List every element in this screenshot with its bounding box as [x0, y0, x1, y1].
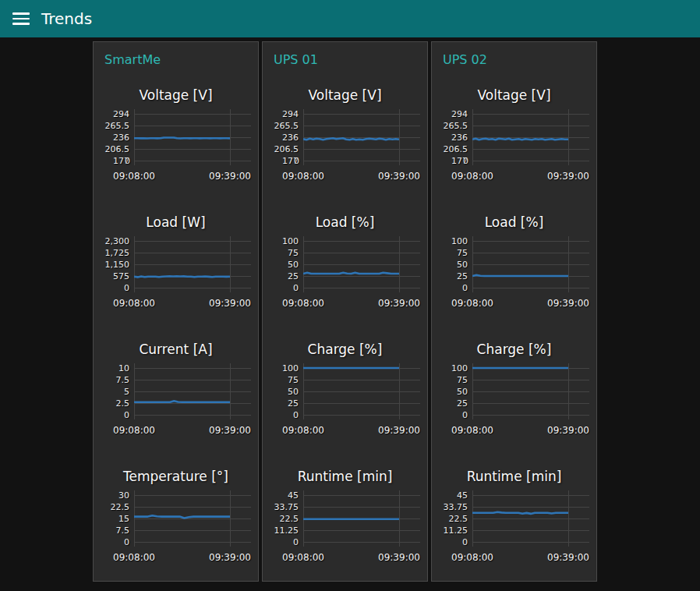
x-tick-label: 09:39:00: [378, 552, 420, 563]
y-axis-ticks: 2,3001,7251,1505750: [94, 236, 134, 292]
y-tick-label: 206.5: [444, 143, 468, 155]
y-tick-label: 206.5: [105, 143, 130, 155]
chart-ups-01-voltage-v: Voltage [V]294265.5236206.5177009:08:000…: [263, 87, 427, 183]
chart-ups-02-charge: Charge [%]100755025009:08:0009:39:00: [432, 342, 596, 437]
x-axis-ticks: 09:08:0009:39:00: [472, 171, 589, 183]
y-tick-label: 294: [113, 108, 129, 120]
y-tick-label: 265.5: [105, 120, 130, 132]
x-axis-ticks: 09:08:0009:39:00: [472, 425, 589, 437]
chart-ups-01-load: Load [%]100755025009:08:0009:39:00: [263, 214, 427, 310]
chart-smartme-load-w: Load [W]2,3001,7251,150575009:08:0009:39…: [94, 214, 258, 310]
y-axis-ticks: 1007550250: [263, 363, 303, 419]
x-tick-label: 09:08:00: [451, 552, 493, 563]
line-chart-plot: [472, 236, 589, 292]
y-tick-label: 575: [113, 271, 129, 282]
y-tick-label: 7.5: [116, 525, 130, 536]
line-chart-plot: [134, 363, 251, 419]
data-series-line: [134, 138, 230, 139]
panel-title: UPS 01: [263, 42, 427, 66]
x-tick-label: 09:39:00: [547, 298, 589, 309]
y-tick-label: 2,300: [105, 235, 130, 247]
chart-ups-01-charge: Charge [%]100755025009:08:0009:39:00: [263, 342, 427, 437]
y-tick-label: 0: [462, 282, 468, 294]
data-series-line: [303, 273, 399, 274]
line-chart-plot: [472, 363, 589, 419]
x-tick-label: 09:08:00: [451, 171, 493, 182]
x-tick-label: 09:39:00: [378, 425, 420, 436]
y-tick-label: 75: [288, 374, 299, 386]
x-tick-label: 09:08:00: [113, 298, 155, 309]
y-axis-ticks: 1007550250: [432, 363, 472, 419]
chart-title: Runtime [min]: [263, 469, 427, 484]
y-axis-ticks: 4533.7522.511.250: [263, 490, 303, 547]
data-series-line: [134, 401, 230, 402]
data-series-line: [303, 138, 399, 140]
chart-smartme-current-a: Current [A]107.552.5009:08:0009:39:00: [94, 342, 258, 437]
y-tick-label: 0: [293, 409, 299, 421]
y-tick-label: 0: [293, 536, 299, 548]
y-tick-label: 33.75: [444, 501, 468, 513]
x-tick-label: 09:39:00: [209, 552, 251, 563]
x-tick-label: 09:39:00: [209, 298, 251, 309]
x-tick-label: 09:08:00: [282, 552, 324, 563]
y-tick-label: 30: [118, 490, 129, 501]
x-tick-label: 09:39:00: [209, 171, 251, 182]
chart-ups-02-load: Load [%]100755025009:08:0009:39:00: [432, 214, 596, 310]
y-tick-overlap-label: 0: [463, 155, 468, 167]
y-axis-ticks: 107.552.50: [94, 363, 134, 419]
y-axis-ticks: 1007550250: [432, 236, 472, 292]
chart-title: Voltage [V]: [94, 87, 258, 103]
line-chart-plot: [303, 109, 420, 165]
x-tick-label: 09:08:00: [113, 425, 155, 436]
x-tick-label: 09:08:00: [282, 425, 324, 436]
x-axis-ticks: 09:08:0009:39:00: [303, 298, 420, 310]
y-tick-label: 294: [282, 108, 299, 120]
y-tick-label: 45: [288, 490, 299, 501]
y-tick-label: 265.5: [444, 120, 468, 132]
y-tick-label: 11.25: [444, 525, 468, 536]
hamburger-menu-icon[interactable]: [12, 12, 30, 25]
y-tick-label: 1,725: [105, 247, 130, 259]
line-chart-plot: [134, 236, 251, 292]
y-axis-ticks: 1007550250: [263, 236, 303, 292]
x-tick-label: 09:39:00: [378, 298, 420, 309]
y-tick-label: 265.5: [274, 120, 299, 132]
chart-title: Temperature [°]: [94, 469, 258, 484]
page-title: Trends: [41, 9, 92, 28]
y-axis-ticks: 294265.5236206.51770: [432, 109, 472, 165]
y-tick-label: 25: [288, 398, 299, 409]
y-tick-label: 100: [282, 363, 299, 374]
y-tick-label: 2.5: [116, 398, 130, 409]
y-tick-label: 10: [118, 363, 129, 374]
x-axis-ticks: 09:08:0009:39:00: [303, 552, 420, 564]
chart-title: Voltage [V]: [263, 87, 427, 103]
x-axis-ticks: 09:08:0009:39:00: [134, 171, 251, 183]
y-tick-overlap-label: 0: [125, 155, 130, 167]
x-axis-ticks: 09:08:0009:39:00: [134, 425, 251, 437]
data-series-line: [134, 515, 230, 518]
y-tick-label: 0: [124, 409, 129, 421]
chart-title: Charge [%]: [432, 342, 596, 357]
x-axis-ticks: 09:08:0009:39:00: [303, 171, 420, 183]
y-tick-label: 75: [457, 247, 468, 259]
chart-smartme-temperature: Temperature [°]3022.5157.5009:08:0009:39…: [94, 469, 258, 564]
chart-title: Charge [%]: [263, 342, 427, 357]
y-tick-label: 0: [462, 536, 468, 548]
y-tick-label: 75: [288, 247, 299, 259]
panel-title: UPS 02: [432, 42, 596, 66]
panel-smartme: SmartMeVoltage [V]294265.5236206.5177009…: [93, 41, 259, 582]
y-tick-label: 22.5: [449, 513, 468, 525]
y-tick-label: 100: [451, 235, 468, 247]
y-tick-label: 25: [288, 271, 299, 282]
x-tick-label: 09:08:00: [451, 298, 493, 309]
data-series-line: [472, 275, 568, 276]
x-axis-ticks: 09:08:0009:39:00: [472, 552, 589, 564]
x-tick-label: 09:08:00: [282, 171, 324, 182]
y-tick-label: 0: [293, 282, 299, 294]
line-chart-plot: [134, 109, 251, 165]
y-tick-label: 11.25: [274, 525, 299, 536]
y-tick-label: 5: [124, 386, 129, 398]
y-tick-label: 236: [113, 132, 129, 143]
y-axis-ticks: 294265.5236206.51770: [94, 109, 134, 165]
chart-ups-01-runtime-min: Runtime [min]4533.7522.511.25009:08:0009…: [263, 469, 427, 564]
